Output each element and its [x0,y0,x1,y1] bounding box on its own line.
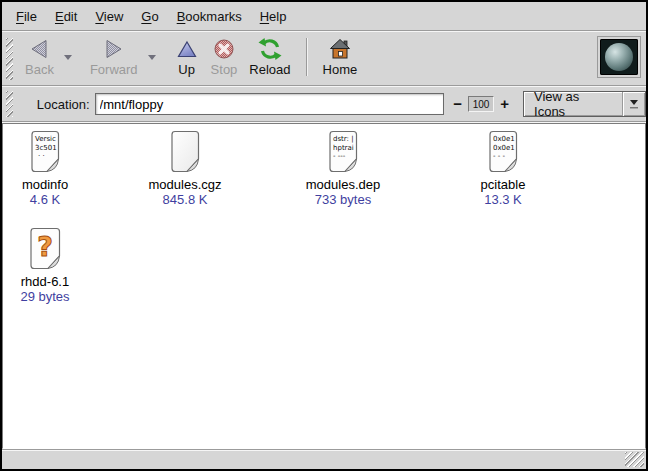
file-name: modinfo [22,177,68,192]
chevron-down-icon [64,55,72,60]
file-size: 4.6 K [30,192,60,207]
throbber-frame [600,39,638,75]
menu-view[interactable]: View [86,4,132,29]
file-item-modules-dep[interactable]: dstr: | hptrai - --- modules.dep 733 byt… [273,130,413,207]
view-mode-dropdown[interactable]: View as Icons [523,91,646,117]
file-size: 13.3 K [484,192,522,207]
file-item-rhdd[interactable]: ? rhdd-6.1 29 bytes [3,227,87,304]
text-file-icon: 0x0e1 0x0e1 - - - [486,130,520,174]
file-size: 845.8 K [163,192,208,207]
file-manager-window: File Edit View Go Bookmarks Help Back [0,0,648,471]
status-bar [2,449,646,469]
forward-button[interactable]: Forward [84,35,144,79]
menu-go[interactable]: Go [132,4,167,29]
svg-text:dstr: |: dstr: | [333,135,354,143]
forward-history-dropdown[interactable] [144,50,160,64]
file-item-modinfo[interactable]: Versic 3c501 · · modinfo 4.6 K [3,130,87,207]
file-name: rhdd-6.1 [21,274,69,289]
forward-icon [102,37,126,61]
unknown-file-icon: ? [26,227,64,271]
view-mode-arrow[interactable] [622,92,645,116]
location-label: Location: [37,97,90,112]
location-input[interactable] [95,93,445,115]
svg-text:· ·: · · [38,152,45,160]
svg-text:0x0e1: 0x0e1 [493,135,515,143]
stop-icon [212,37,236,61]
back-button[interactable]: Back [19,35,60,79]
home-icon [328,37,352,61]
svg-text:0x0e1: 0x0e1 [493,144,515,152]
menu-help[interactable]: Help [251,4,296,29]
svg-text:Versic: Versic [35,135,56,143]
up-icon [175,37,199,61]
throbber [597,36,641,78]
toolbar-separator [306,38,308,76]
menu-bookmarks[interactable]: Bookmarks [168,4,251,29]
file-view[interactable]: Versic 3c501 · · modinfo 4.6 K modules.c… [2,123,646,449]
file-size: 29 bytes [20,289,69,304]
toolbar-drag-handle[interactable] [6,38,13,80]
view-mode-label: View as Icons [524,92,622,116]
svg-text:hptrai: hptrai [333,144,354,152]
reload-icon [258,37,282,61]
chevron-down-icon [630,100,638,105]
file-size: 733 bytes [315,192,371,207]
svg-text:- - -: - - - [493,152,506,160]
blank-file-icon [168,130,202,174]
chevron-down-icon [148,55,156,60]
file-item-modules-cgz[interactable]: modules.cgz 845.8 K [115,130,255,207]
file-name: modules.dep [306,177,380,192]
zoom-out-button[interactable]: − [450,96,465,112]
svg-text:- ---: - --- [333,152,346,160]
back-history-dropdown[interactable] [60,50,76,64]
zoom-level-indicator[interactable]: 100 [468,96,494,112]
stop-button[interactable]: Stop [205,35,244,79]
menu-bar: File Edit View Go Bookmarks Help [2,2,646,30]
file-name: pcitable [481,177,526,192]
back-icon [27,37,51,61]
file-item-pcitable[interactable]: 0x0e1 0x0e1 - - - pcitable 13.3 K [433,130,573,207]
dropdown-dash [630,107,638,109]
home-button[interactable]: Home [317,35,364,79]
up-button[interactable]: Up [169,35,205,79]
text-file-icon: dstr: | hptrai - --- [326,130,360,174]
text-file-icon: Versic 3c501 · · [28,130,62,174]
svg-text:?: ? [37,231,53,262]
svg-text:3c501: 3c501 [35,144,57,152]
reload-button[interactable]: Reload [243,35,296,79]
menu-file[interactable]: File [7,4,46,29]
zoom-in-button[interactable]: + [497,96,512,112]
locationbar-drag-handle[interactable] [6,91,13,117]
menu-edit[interactable]: Edit [46,4,86,29]
file-name: modules.cgz [149,177,222,192]
resize-grip[interactable] [625,452,644,467]
toolbar: Back Forward Up [2,32,646,85]
throbber-orb-icon [605,43,633,71]
location-bar: Location: − 100 + View as Icons [2,87,646,121]
